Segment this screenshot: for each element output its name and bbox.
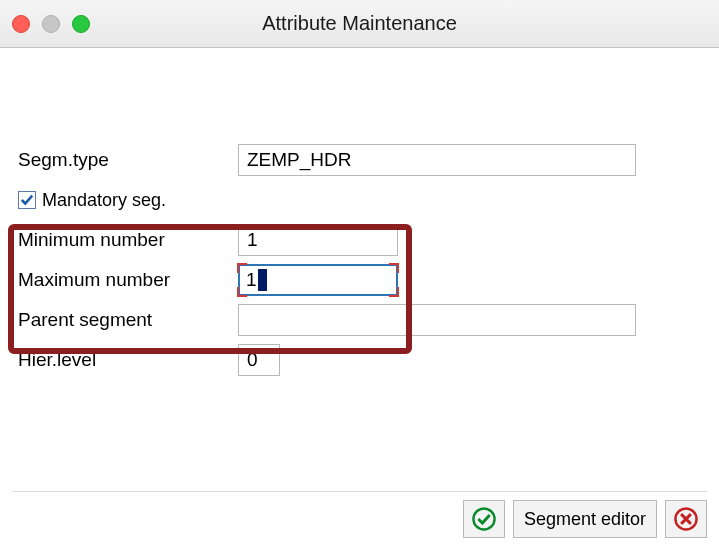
cancel-button[interactable]	[665, 500, 707, 538]
mandatory-label: Mandatory seg.	[42, 190, 166, 211]
cancel-circle-icon	[673, 506, 699, 532]
window-title: Attribute Maintenance	[262, 12, 457, 35]
min-number-input[interactable]	[238, 224, 398, 256]
segm-type-input[interactable]	[238, 144, 636, 176]
max-number-value: 1	[246, 269, 257, 291]
max-number-label: Maximum number	[18, 269, 238, 291]
segment-editor-label: Segment editor	[524, 509, 646, 530]
form-area: Segm.type Mandatory seg. Minimum number …	[0, 48, 719, 380]
segment-editor-button[interactable]: Segment editor	[513, 500, 657, 538]
min-number-row: Minimum number	[18, 220, 659, 260]
check-circle-icon	[471, 506, 497, 532]
parent-segment-label: Parent segment	[18, 309, 238, 331]
min-number-label: Minimum number	[18, 229, 238, 251]
max-number-input[interactable]: 1	[238, 264, 398, 296]
mandatory-row: Mandatory seg.	[18, 180, 659, 220]
segm-type-label: Segm.type	[18, 149, 238, 171]
focus-corner	[389, 263, 399, 273]
check-icon	[20, 193, 34, 207]
max-number-row: Maximum number 1	[18, 260, 659, 300]
titlebar: Attribute Maintenance	[0, 0, 719, 48]
parent-segment-row: Parent segment	[18, 300, 659, 340]
focus-corner	[389, 287, 399, 297]
max-number-input-wrap: 1	[238, 264, 398, 296]
svg-point-0	[473, 508, 494, 529]
hier-level-row: Hier.level	[18, 340, 659, 380]
hier-level-label: Hier.level	[18, 349, 238, 371]
close-window-button[interactable]	[12, 15, 30, 33]
confirm-button[interactable]	[463, 500, 505, 538]
mandatory-checkbox[interactable]	[18, 191, 36, 209]
segm-type-row: Segm.type	[18, 140, 659, 180]
footer-toolbar: Segment editor	[12, 491, 707, 538]
text-caret	[258, 269, 267, 291]
hier-level-input	[238, 344, 280, 376]
maximize-window-button[interactable]	[72, 15, 90, 33]
minimize-window-button[interactable]	[42, 15, 60, 33]
parent-segment-input	[238, 304, 636, 336]
focus-corner	[237, 263, 247, 273]
focus-corner	[237, 287, 247, 297]
traffic-lights	[12, 15, 90, 33]
